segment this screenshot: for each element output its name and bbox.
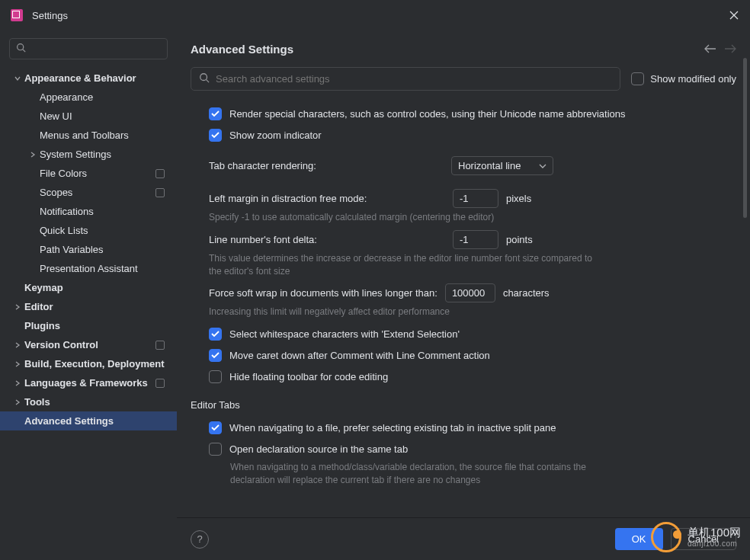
tree-item[interactable]: Menus and Toolbars bbox=[6, 126, 171, 145]
tree-item-label: Advanced Settings bbox=[24, 415, 165, 427]
advanced-search-input[interactable] bbox=[191, 67, 620, 91]
chevron-icon bbox=[26, 151, 40, 158]
editor-tabs-title: Editor Tabs bbox=[191, 399, 732, 411]
help-icon[interactable]: ? bbox=[191, 530, 209, 549]
prefer-existing-checkbox[interactable] bbox=[209, 421, 222, 434]
advanced-search-field[interactable] bbox=[216, 73, 612, 85]
tree-item-label: Version Control bbox=[24, 339, 155, 350]
move-caret-checkbox[interactable] bbox=[209, 349, 222, 362]
scrollbar[interactable] bbox=[743, 58, 747, 218]
ok-button[interactable]: OK bbox=[615, 528, 663, 550]
chevron-icon bbox=[11, 75, 24, 82]
characters-label: characters bbox=[503, 287, 550, 299]
tree-item[interactable]: Advanced Settings bbox=[0, 411, 177, 430]
titlebar: Settings bbox=[0, 0, 750, 30]
tree-item-label: Notifications bbox=[40, 206, 165, 217]
left-margin-label: Left margin in distraction free mode: bbox=[209, 193, 445, 204]
tree-item[interactable]: Keymap bbox=[6, 278, 171, 297]
line-delta-hint: This value determines the increase or de… bbox=[209, 252, 605, 278]
sidebar-search[interactable] bbox=[9, 38, 168, 59]
points-label: points bbox=[506, 234, 533, 245]
select-ws-checkbox[interactable] bbox=[209, 328, 222, 341]
search-icon bbox=[199, 72, 210, 85]
force-wrap-hint: Increasing this limit will negatively af… bbox=[209, 306, 605, 318]
tree-item-label: Editor bbox=[24, 301, 165, 312]
svg-point-1 bbox=[200, 74, 207, 81]
main-panel: Advanced Settings Show modified only Re bbox=[177, 30, 750, 560]
cancel-button[interactable]: Cancel bbox=[671, 528, 736, 550]
settings-content: Render special characters, such as contr… bbox=[177, 101, 750, 517]
tree-item[interactable]: New UI bbox=[6, 107, 171, 126]
tree-item[interactable]: Build, Execution, Deployment bbox=[6, 354, 171, 373]
tree-item[interactable]: Tools bbox=[6, 392, 171, 411]
chevron-icon bbox=[11, 360, 24, 368]
render-special-checkbox[interactable] bbox=[209, 107, 222, 120]
chevron-icon bbox=[11, 341, 24, 349]
tree-item-label: Appearance & Behavior bbox=[24, 72, 165, 84]
tab-char-value: Horizontal line bbox=[458, 160, 521, 171]
select-ws-label: Select whitespace characters with 'Exten… bbox=[229, 328, 460, 340]
left-margin-input[interactable] bbox=[453, 189, 498, 208]
tree-item-label: System Settings bbox=[40, 149, 165, 160]
chevron-icon bbox=[11, 303, 24, 311]
render-special-label: Render special characters, such as contr… bbox=[229, 108, 626, 120]
footer: ? OK Cancel bbox=[177, 517, 750, 560]
hide-toolbar-label: Hide floating toolbar for code editing bbox=[229, 371, 388, 382]
tree-item[interactable]: Quick Lists bbox=[6, 221, 171, 240]
tree-item[interactable]: Plugins bbox=[6, 316, 171, 335]
page-title: Advanced Settings bbox=[191, 43, 293, 56]
tree-item-label: File Colors bbox=[40, 168, 155, 179]
line-delta-label: Line number's font delta: bbox=[209, 234, 445, 245]
svg-point-0 bbox=[18, 44, 24, 50]
tree-item-label: Quick Lists bbox=[40, 225, 165, 236]
tree-item[interactable]: Version Control bbox=[6, 335, 171, 354]
show-zoom-label: Show zoom indicator bbox=[229, 130, 322, 141]
tab-char-select[interactable]: Horizontal line bbox=[451, 156, 553, 175]
tree-item[interactable]: Notifications bbox=[6, 202, 171, 221]
settings-tree: Appearance & BehaviorAppearanceNew UIMen… bbox=[6, 69, 171, 430]
tree-item-label: Build, Execution, Deployment bbox=[24, 358, 165, 370]
hide-toolbar-checkbox[interactable] bbox=[209, 370, 222, 383]
app-icon bbox=[11, 9, 23, 21]
tree-item[interactable]: Presentation Assistant bbox=[6, 259, 171, 278]
tree-item-label: Plugins bbox=[24, 320, 165, 331]
tree-item-label: Presentation Assistant bbox=[40, 263, 165, 274]
project-badge-icon bbox=[155, 188, 165, 197]
tree-item-label: Tools bbox=[24, 396, 165, 408]
show-modified-label: Show modified only bbox=[650, 73, 736, 85]
chevron-down-icon bbox=[539, 164, 546, 168]
tree-item-label: Keymap bbox=[24, 282, 165, 293]
tree-item-label: Scopes bbox=[40, 187, 155, 198]
tree-item[interactable]: Appearance bbox=[6, 88, 171, 107]
open-decl-hint: When navigating to a method/class/variab… bbox=[230, 461, 627, 487]
tree-item[interactable]: Editor bbox=[6, 297, 171, 316]
search-icon bbox=[16, 43, 26, 55]
line-delta-input[interactable] bbox=[453, 230, 498, 249]
window-title: Settings bbox=[32, 10, 68, 21]
tree-item[interactable]: Scopes bbox=[6, 183, 171, 202]
move-caret-label: Move caret down after Comment with Line … bbox=[229, 350, 490, 361]
tree-item[interactable]: Languages & Frameworks bbox=[6, 373, 171, 392]
tree-item-label: Menus and Toolbars bbox=[40, 130, 165, 141]
project-badge-icon bbox=[155, 379, 165, 388]
prefer-existing-label: When navigating to a file, prefer select… bbox=[229, 422, 556, 434]
force-wrap-label: Force soft wrap in documents with lines … bbox=[209, 287, 438, 299]
chevron-icon bbox=[11, 379, 24, 387]
tree-item[interactable]: File Colors bbox=[6, 164, 171, 183]
tree-item[interactable]: System Settings bbox=[6, 145, 171, 164]
show-zoom-checkbox[interactable] bbox=[209, 129, 222, 142]
tree-item-label: Path Variables bbox=[40, 244, 165, 255]
open-decl-checkbox[interactable] bbox=[209, 443, 222, 456]
forward-icon[interactable] bbox=[724, 44, 736, 53]
back-icon[interactable] bbox=[704, 44, 716, 53]
tree-item-label: New UI bbox=[40, 110, 165, 122]
tree-item[interactable]: Appearance & Behavior bbox=[6, 69, 171, 88]
show-modified-checkbox[interactable] bbox=[631, 72, 644, 85]
tree-item[interactable]: Path Variables bbox=[6, 240, 171, 259]
chevron-icon bbox=[11, 398, 24, 406]
tree-item-label: Appearance bbox=[40, 91, 165, 103]
project-badge-icon bbox=[155, 169, 165, 178]
force-wrap-input[interactable] bbox=[445, 283, 495, 302]
pixels-label: pixels bbox=[506, 193, 531, 204]
close-icon[interactable] bbox=[729, 10, 739, 21]
